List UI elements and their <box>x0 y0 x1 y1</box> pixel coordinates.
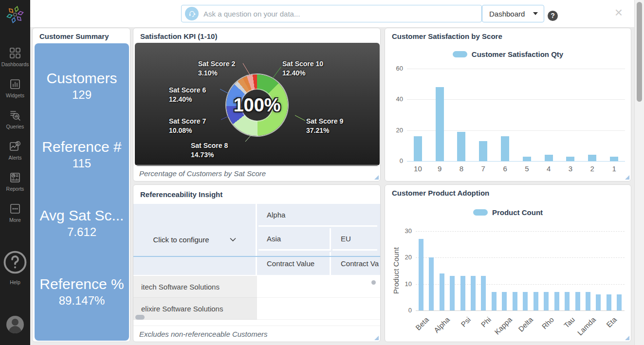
chart-legend[interactable]: Product Count <box>385 208 631 217</box>
bar-chart-satisfaction: 020406010987654321 <box>407 69 625 176</box>
bar[interactable] <box>471 276 476 310</box>
x-tick-label: Beta <box>414 315 430 332</box>
bars-container <box>407 69 625 161</box>
sidebar-item-widgets[interactable]: Widgets <box>0 78 30 109</box>
widget-caption-bar: Percentage of Customers by Sat Score <box>133 165 380 181</box>
user-avatar[interactable] <box>6 316 24 333</box>
sidebar-item-label: More <box>9 217 21 223</box>
close-icon[interactable]: × <box>612 4 625 21</box>
bar-slot <box>541 231 551 310</box>
search-help-button[interactable]: ? <box>548 11 558 21</box>
view-type-select[interactable]: Dashboard <box>482 5 544 22</box>
bar[interactable] <box>502 292 507 310</box>
help-icon <box>0 247 30 277</box>
bar[interactable] <box>440 273 444 310</box>
bar[interactable] <box>501 136 509 161</box>
vertical-scroll-indicator[interactable] <box>371 280 376 285</box>
resize-handle[interactable] <box>374 336 379 340</box>
bar[interactable] <box>414 136 422 161</box>
bar[interactable] <box>450 276 455 310</box>
bar[interactable] <box>523 292 528 310</box>
y-tick-label: 10 <box>397 280 412 288</box>
bar[interactable] <box>419 239 423 310</box>
bar[interactable] <box>523 157 531 162</box>
queries-search-icon <box>9 109 21 122</box>
bar[interactable] <box>513 292 517 310</box>
voice-assistant-icon[interactable] <box>185 7 199 20</box>
sidebar-item-dashboards[interactable]: Dashboards <box>0 47 30 78</box>
sidebar-item-more[interactable]: More <box>0 202 30 234</box>
widget-title: Customer Satisfaction by Score <box>385 28 631 40</box>
app-logo-icon[interactable] <box>6 6 24 23</box>
kpi-label: Avg Sat Sc... <box>35 207 129 224</box>
sidebar-item-reports[interactable]: Reports <box>0 171 30 202</box>
dashboards-grid-icon <box>9 47 21 59</box>
bar-slot <box>510 231 520 310</box>
sidebar-item-label: Help <box>10 279 20 285</box>
bar[interactable] <box>534 292 538 310</box>
bar[interactable] <box>436 87 444 161</box>
bar-slot <box>478 231 489 310</box>
widget-satisfaction-kpi: Satisfaction KPI (1-10) 100% Sat Score 2… <box>133 28 381 182</box>
search-input[interactable] <box>203 10 481 18</box>
bar[interactable] <box>429 257 434 310</box>
top-bar: Dashboard ? × <box>30 0 634 28</box>
y-tick-label: 60 <box>388 65 403 72</box>
pivot-header-cell-alpha[interactable]: Alpha <box>258 204 377 227</box>
legend-label: Product Count <box>492 208 543 217</box>
pie-label-sat-score-8: Sat Score 814.73% <box>191 141 228 160</box>
kpi-avg-sat-score[interactable]: Avg Sat Sc... 7.612 <box>35 207 129 240</box>
bar[interactable] <box>610 157 618 162</box>
bar[interactable] <box>492 292 497 310</box>
pie-label-sat-score-6: Sat Score 612.40% <box>169 86 206 104</box>
bar-slot <box>562 231 572 310</box>
bar-slot <box>489 231 499 310</box>
sidebar-item-alerts[interactable]: Alerts <box>0 140 30 171</box>
resize-handle[interactable] <box>625 336 629 340</box>
bar[interactable] <box>460 276 465 310</box>
bar[interactable] <box>457 132 465 161</box>
bar[interactable] <box>575 292 580 310</box>
bar[interactable] <box>617 294 622 310</box>
resize-handle[interactable] <box>374 175 379 180</box>
widget-title: Customer Summary <box>33 28 130 40</box>
bar[interactable] <box>586 292 590 310</box>
page-scrollbar[interactable] <box>634 0 644 345</box>
bar-slot <box>426 231 436 310</box>
x-axis-labels: 10987654321 <box>407 164 625 173</box>
x-tick-label: 10 <box>407 164 429 173</box>
configure-dropdown[interactable]: Click to configure <box>133 204 257 275</box>
bar[interactable] <box>596 294 601 310</box>
ask-data-searchbox[interactable] <box>181 5 482 22</box>
bar[interactable] <box>607 294 611 310</box>
kpi-value: 115 <box>35 156 129 171</box>
row-customer-name: elixire Software Solutions <box>133 298 257 320</box>
bar[interactable] <box>545 155 553 161</box>
more-ellipsis-icon <box>9 202 21 215</box>
bar[interactable] <box>479 141 487 161</box>
x-tick-label: Tau <box>562 315 576 329</box>
bar-chart-adoption: 0102030BetaAlphaPsiPhiKappaDeltaRhoTauLa… <box>416 231 625 337</box>
kpi-reference-count[interactable]: Reference # 115 <box>35 138 129 171</box>
bar[interactable] <box>565 292 570 310</box>
kpi-reference-pct[interactable]: Reference % 89.147% <box>35 275 129 309</box>
sidebar-item-queries[interactable]: Queries <box>0 109 30 140</box>
table-row[interactable]: itech Software Solutions <box>133 276 380 298</box>
kpi-customers[interactable]: Customers 129 <box>35 70 129 103</box>
bar[interactable] <box>544 292 549 310</box>
bar[interactable] <box>481 276 486 310</box>
y-axis-label: Product Count <box>392 231 400 310</box>
horizontal-scroll-indicator[interactable] <box>135 315 145 320</box>
y-tick-label: 20 <box>388 127 403 134</box>
sidebar-item-help[interactable]: Help <box>0 247 30 285</box>
bar[interactable] <box>554 292 559 310</box>
chart-legend[interactable]: Customer Satisfaction Qty <box>385 50 631 58</box>
table-row[interactable]: elixire Software Solutions <box>133 298 380 320</box>
bar-slot <box>604 231 614 310</box>
pivot-header-cell-eu[interactable]: EU <box>332 228 377 251</box>
bar[interactable] <box>566 157 574 162</box>
scrollbar-thumb[interactable] <box>637 2 642 102</box>
pivot-header-cell-asia[interactable]: Asia <box>258 228 331 251</box>
bar[interactable] <box>588 155 596 161</box>
resize-handle[interactable] <box>625 175 629 180</box>
